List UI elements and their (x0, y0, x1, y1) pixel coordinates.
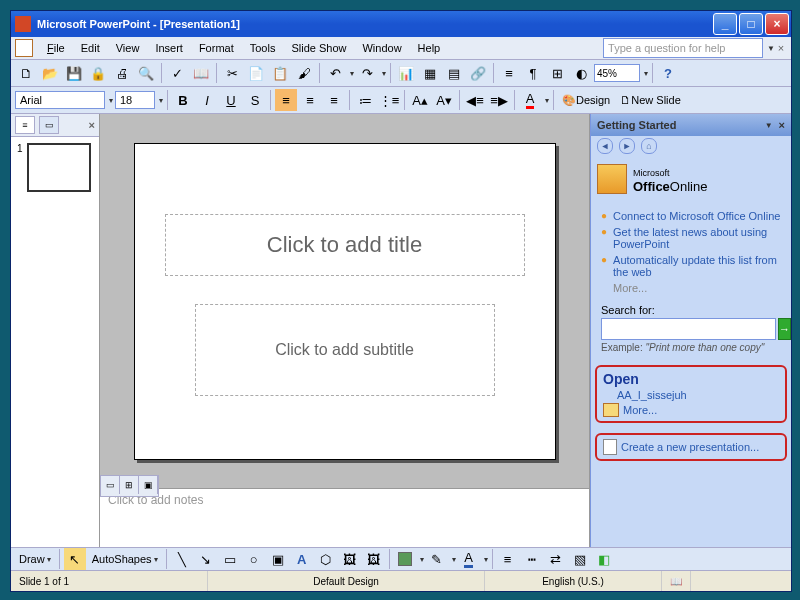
menu-edit[interactable]: Edit (73, 40, 108, 56)
menu-format[interactable]: Format (191, 40, 242, 56)
close-button[interactable]: × (765, 13, 789, 35)
print-icon[interactable]: 🖨 (111, 62, 133, 84)
search-go-button[interactable]: → (778, 318, 791, 340)
undo-dropdown-icon[interactable]: ▾ (350, 69, 354, 78)
copy-icon[interactable]: 📄 (245, 62, 267, 84)
help-dropdown-icon[interactable]: ▼ (767, 44, 775, 53)
show-formatting-icon[interactable]: ¶ (522, 62, 544, 84)
open-icon[interactable]: 📂 (39, 62, 61, 84)
align-center-icon[interactable]: ≡ (299, 89, 321, 111)
taskpane-home-icon[interactable]: ⌂ (641, 138, 657, 154)
link-auto-update[interactable]: ●Automatically update this list from the… (601, 254, 781, 278)
redo-icon[interactable]: ↷ (356, 62, 378, 84)
textbox-icon[interactable]: ▣ (267, 548, 289, 570)
format-painter-icon[interactable]: 🖌 (293, 62, 315, 84)
taskpane-dropdown-icon[interactable]: ▼ (765, 121, 773, 130)
print-preview-icon[interactable]: 🔍 (135, 62, 157, 84)
clipart-icon[interactable]: 🖼 (339, 548, 361, 570)
italic-button[interactable]: I (196, 89, 218, 111)
shadow-style-icon[interactable]: ▧ (569, 548, 591, 570)
draw-menu[interactable]: Draw ▾ (15, 549, 55, 569)
expand-all-icon[interactable]: ≡ (498, 62, 520, 84)
arrow-style-icon[interactable]: ⇄ (545, 548, 567, 570)
menu-window[interactable]: Window (354, 40, 409, 56)
menu-tools[interactable]: Tools (242, 40, 284, 56)
permission-icon[interactable]: 🔒 (87, 62, 109, 84)
wordart-icon[interactable]: A (291, 548, 313, 570)
new-icon[interactable]: 🗋 (15, 62, 37, 84)
tables-borders-icon[interactable]: ▤ (443, 62, 465, 84)
show-grid-icon[interactable]: ⊞ (546, 62, 568, 84)
link-more[interactable]: More... (613, 282, 781, 294)
doc-close-button[interactable]: × (775, 42, 787, 54)
maximize-button[interactable]: □ (739, 13, 763, 35)
bold-button[interactable]: B (172, 89, 194, 111)
spelling-icon[interactable]: ✓ (166, 62, 188, 84)
taskpane-close-button[interactable]: × (779, 119, 785, 131)
dash-style-icon[interactable]: ┅ (521, 548, 543, 570)
insert-table-icon[interactable]: ▦ (419, 62, 441, 84)
search-input[interactable] (601, 318, 776, 340)
numbering-icon[interactable]: ≔ (354, 89, 376, 111)
outline-tab[interactable]: ≡ (15, 116, 35, 134)
color-grayscale-icon[interactable]: ◐ (570, 62, 592, 84)
rectangle-icon[interactable]: ▭ (219, 548, 241, 570)
paste-icon[interactable]: 📋 (269, 62, 291, 84)
oval-icon[interactable]: ○ (243, 548, 265, 570)
title-placeholder[interactable]: Click to add title (165, 214, 525, 276)
font-color-draw-icon[interactable]: A (458, 548, 480, 570)
menu-file[interactable]: File (39, 40, 73, 56)
slides-tab[interactable]: ▭ (39, 116, 59, 134)
font-dropdown-icon[interactable]: ▾ (109, 96, 113, 105)
zoom-dropdown-icon[interactable]: ▾ (644, 69, 648, 78)
status-spell-icon[interactable]: 📖 (662, 571, 691, 591)
doc-control-icon[interactable] (15, 39, 33, 57)
normal-view-button[interactable]: ▭ (101, 476, 120, 494)
line-style-icon[interactable]: ≡ (497, 548, 519, 570)
minimize-button[interactable]: _ (713, 13, 737, 35)
create-section[interactable]: Create a new presentation... (595, 433, 787, 461)
research-icon[interactable]: 📖 (190, 62, 212, 84)
font-color-icon[interactable]: A (519, 89, 541, 111)
autoshapes-menu[interactable]: AutoShapes ▾ (88, 549, 162, 569)
slideshow-view-button[interactable]: ▣ (139, 476, 158, 494)
subtitle-placeholder[interactable]: Click to add subtitle (195, 304, 495, 396)
link-connect-online[interactable]: ●Connect to Microsoft Office Online (601, 210, 781, 222)
diagram-icon[interactable]: ⬡ (315, 548, 337, 570)
menu-slideshow[interactable]: Slide Show (283, 40, 354, 56)
taskpane-back-icon[interactable]: ◄ (597, 138, 613, 154)
menu-help[interactable]: Help (410, 40, 449, 56)
taskpane-forward-icon[interactable]: ► (619, 138, 635, 154)
design-button[interactable]: 🎨 Design (558, 90, 614, 110)
fontsize-dropdown-icon[interactable]: ▾ (159, 96, 163, 105)
select-objects-icon[interactable]: ↖ (64, 548, 86, 570)
line-icon[interactable]: ╲ (171, 548, 193, 570)
bullets-icon[interactable]: ⋮≡ (378, 89, 400, 111)
menu-view[interactable]: View (108, 40, 148, 56)
notes-pane[interactable]: Click to add notes (100, 488, 589, 547)
align-right-icon[interactable]: ≡ (323, 89, 345, 111)
recent-file-link[interactable]: AA_I_sissejuh (603, 387, 779, 403)
cut-icon[interactable]: ✂ (221, 62, 243, 84)
menu-insert[interactable]: Insert (147, 40, 191, 56)
insert-hyperlink-icon[interactable]: 🔗 (467, 62, 489, 84)
fontsize-select[interactable]: 18 (115, 91, 155, 109)
3d-style-icon[interactable]: ◧ (593, 548, 615, 570)
zoom-select[interactable]: 45% (594, 64, 640, 82)
insert-picture-icon[interactable]: 🖼 (363, 548, 385, 570)
fill-color-icon[interactable] (394, 548, 416, 570)
decrease-indent-icon[interactable]: ◀≡ (464, 89, 486, 111)
arrow-icon[interactable]: ↘ (195, 548, 217, 570)
align-left-icon[interactable]: ≡ (275, 89, 297, 111)
font-color-dropdown-icon[interactable]: ▾ (545, 96, 549, 105)
outline-close-button[interactable]: × (89, 119, 95, 131)
sorter-view-button[interactable]: ⊞ (120, 476, 139, 494)
line-color-icon[interactable]: ✎ (426, 548, 448, 570)
status-language[interactable]: English (U.S.) (485, 571, 662, 591)
redo-dropdown-icon[interactable]: ▾ (382, 69, 386, 78)
increase-indent-icon[interactable]: ≡▶ (488, 89, 510, 111)
insert-chart-icon[interactable]: 📊 (395, 62, 417, 84)
help-icon[interactable]: ? (657, 62, 679, 84)
increase-font-icon[interactable]: A▴ (409, 89, 431, 111)
decrease-font-icon[interactable]: A▾ (433, 89, 455, 111)
